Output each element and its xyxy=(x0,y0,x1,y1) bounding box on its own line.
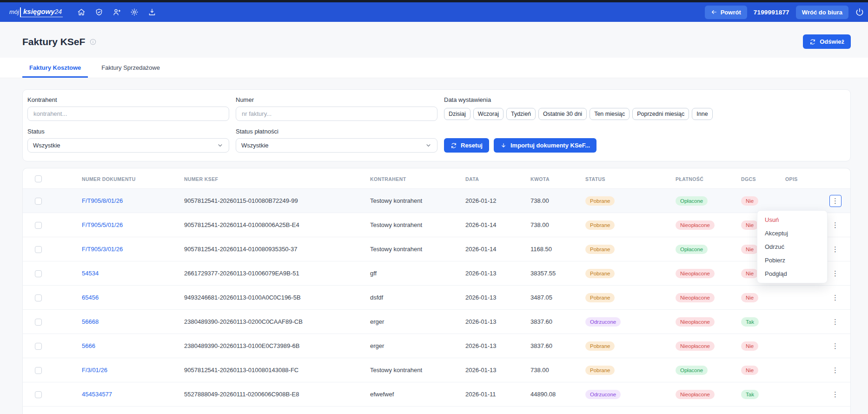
date-cell: 2026-01-11 xyxy=(465,382,530,407)
table-row: F/T905/8/01/269057812541-20260115-010080… xyxy=(23,189,850,213)
page-header: Faktury KSeF Odśwież xyxy=(0,22,868,58)
back-button[interactable]: Powrót xyxy=(705,6,747,19)
document-number-link[interactable]: F/T905/3/01/26 xyxy=(82,246,123,253)
filter-row-2: Status Wszystkie Status płatności Wszyst… xyxy=(27,128,846,153)
document-number-link[interactable]: 5666 xyxy=(82,342,95,349)
return-to-office-button[interactable]: Wróć do biura xyxy=(796,6,848,19)
import-ksef-button[interactable]: Importuj dokumenty KSeF... xyxy=(494,138,596,153)
top-navbar: mójksięgowy24 Powrót 7199991877 Wróć do … xyxy=(0,2,868,22)
office-button-label: Wróć do biura xyxy=(802,9,842,16)
filter-data-wystawienia: Data wystawienia Dzisiaj Wczoraj Tydzień… xyxy=(444,96,713,121)
refresh-icon xyxy=(809,39,816,45)
document-number-link[interactable]: 65456 xyxy=(82,294,99,301)
status-badge: Pobrane xyxy=(585,269,615,278)
row-actions-button[interactable]: ⋮ xyxy=(829,340,841,352)
download-icon[interactable] xyxy=(146,6,159,19)
row-actions-button[interactable]: ⋮ xyxy=(829,219,841,231)
table-row: 566682380489390-20260113-0200C0CAAF89-CB… xyxy=(23,310,850,334)
status-badge: Pobrane xyxy=(585,220,615,230)
row-checkbox[interactable] xyxy=(35,246,42,253)
table-row: F/T905/3/01/269057812541-20260114-010080… xyxy=(23,237,850,261)
tab-faktury-sprzedazowe[interactable]: Faktury Sprzedażowe xyxy=(94,58,167,78)
contractor-cell: dsfdf xyxy=(370,286,465,310)
import-button-label: Importuj dokumenty KSeF... xyxy=(510,142,590,149)
tab-faktury-kosztowe[interactable]: Faktury Kosztowe xyxy=(22,58,88,78)
chip-poprzedni-miesiac[interactable]: Poprzedni miesiąc xyxy=(632,108,689,120)
row-checkbox[interactable] xyxy=(35,343,42,350)
amount-cell: 738.00 xyxy=(530,358,585,382)
row-actions-button[interactable]: ⋮ xyxy=(829,316,841,328)
col-status: STATUS xyxy=(585,168,676,189)
document-number-link[interactable]: F/3/01/26 xyxy=(82,367,107,374)
menu-item-pobierz[interactable]: Pobierz xyxy=(757,254,827,267)
opis-cell xyxy=(785,382,820,407)
amount-cell: 1168.50 xyxy=(530,237,585,261)
menu-item-podglad[interactable]: Podgląd xyxy=(757,267,827,280)
row-actions-button[interactable]: ⋮ xyxy=(829,292,841,304)
col-numer-dokumentu: NUMER DOKUMENTU xyxy=(82,168,184,189)
shield-check-icon[interactable] xyxy=(93,6,106,19)
chip-wczoraj[interactable]: Wczoraj xyxy=(473,108,504,120)
payment-status-label: Status płatności xyxy=(236,128,437,135)
row-checkbox[interactable] xyxy=(35,198,42,205)
col-actions xyxy=(820,168,850,189)
payment-badge: Opłacone xyxy=(676,366,708,375)
row-checkbox[interactable] xyxy=(35,222,42,229)
status-select-value: Wszystkie xyxy=(33,142,60,149)
status-badge: Pobrane xyxy=(585,245,615,254)
chip-inne[interactable]: Inne xyxy=(692,108,712,120)
select-all-checkbox[interactable] xyxy=(35,175,42,182)
row-checkbox[interactable] xyxy=(35,319,42,326)
menu-item-odrzuc[interactable]: Odrzuć xyxy=(757,240,827,254)
row-actions-button[interactable]: ⋮ xyxy=(829,267,841,280)
row-checkbox[interactable] xyxy=(35,270,42,277)
numer-label: Numer xyxy=(236,96,437,103)
status-badge: Pobrane xyxy=(585,341,615,351)
date-cell: 2026-01-12 xyxy=(465,189,530,213)
document-number-link[interactable]: 454534577 xyxy=(82,391,112,398)
invoice-number-input[interactable] xyxy=(236,107,437,121)
chip-tydzien[interactable]: Tydzień xyxy=(506,108,536,120)
refresh-button[interactable]: Odśwież xyxy=(803,34,851,49)
menu-item-usun[interactable]: Usuń xyxy=(757,213,827,227)
home-icon[interactable] xyxy=(75,6,88,19)
row-actions-button[interactable]: ⋮ xyxy=(829,364,841,376)
menu-item-akceptuj[interactable]: Akceptuj xyxy=(757,227,827,240)
gear-icon[interactable] xyxy=(128,6,141,19)
payment-badge: Nieopłacone xyxy=(676,317,715,327)
info-icon[interactable] xyxy=(89,38,97,46)
chip-dzisiaj[interactable]: Dzisiaj xyxy=(444,108,470,120)
power-icon[interactable] xyxy=(855,7,865,17)
chip-ostatnie-30-dni[interactable]: Ostatnie 30 dni xyxy=(538,108,587,120)
status-badge: Odrzucone xyxy=(585,317,621,327)
payment-badge: Nieopłacone xyxy=(676,293,715,302)
payment-status-select[interactable]: Wszystkie xyxy=(236,138,437,153)
logo-suffix: 24 xyxy=(54,8,62,15)
row-checkbox[interactable] xyxy=(35,391,42,398)
kebab-icon: ⋮ xyxy=(832,390,839,398)
back-button-label: Powrót xyxy=(721,9,741,16)
row-actions-button[interactable]: ⋮ xyxy=(829,195,841,207)
status-select[interactable]: Wszystkie xyxy=(27,138,229,153)
opis-cell xyxy=(785,189,820,213)
document-number-link[interactable]: 54534 xyxy=(82,270,99,277)
reset-button[interactable]: Resetuj xyxy=(444,138,489,153)
document-number-link[interactable]: F/T905/5/01/26 xyxy=(82,221,123,228)
col-data: DATA xyxy=(465,168,530,189)
document-number-link[interactable]: F/T905/8/01/26 xyxy=(82,197,123,204)
contractor-cell: gff xyxy=(370,261,465,286)
row-actions-button[interactable]: ⋮ xyxy=(829,388,841,401)
row-actions-button[interactable]: ⋮ xyxy=(829,243,841,255)
payment-badge: Nieopłacone xyxy=(676,220,715,230)
tab-bar: Faktury Kosztowe Faktury Sprzedażowe xyxy=(0,58,868,78)
ksef-number: 2380489390-20260113-0200C0CAAF89-CB xyxy=(184,310,370,334)
kontrahent-input[interactable] xyxy=(27,107,229,121)
chip-ten-miesiac[interactable]: Ten miesiąc xyxy=(590,108,629,120)
app-logo[interactable]: mójksięgowy24 xyxy=(9,7,63,17)
status-badge: Odrzucone xyxy=(585,390,621,399)
document-number-link[interactable]: 56668 xyxy=(82,318,99,325)
refresh-button-label: Odśwież xyxy=(820,38,844,45)
user-plus-icon[interactable] xyxy=(110,6,123,19)
row-checkbox[interactable] xyxy=(35,367,42,374)
row-checkbox[interactable] xyxy=(35,294,42,301)
